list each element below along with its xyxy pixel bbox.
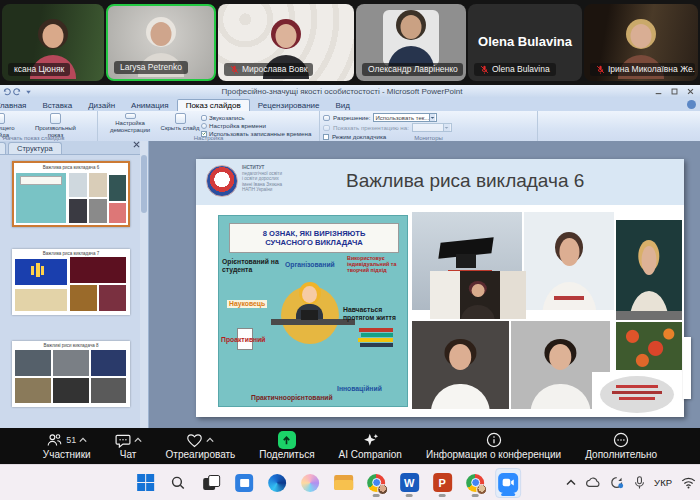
tab-home[interactable]: Главная [0,100,34,111]
slide-thumbnail-7[interactable]: Важлива риса викладача 7 [12,249,130,315]
infographic-label: Організований [285,261,335,269]
show-on-select [412,123,452,132]
tab-design[interactable]: Дизайн [80,100,123,111]
show-on-icon [323,125,330,131]
participant-tile-oksana[interactable]: ксана Цюняк [2,4,104,81]
panel-close-icon[interactable] [133,134,140,152]
windows-start-icon [137,474,154,491]
edge-button[interactable] [264,468,290,498]
tab-view[interactable]: Вид [328,100,358,111]
cartoon-book [360,343,393,347]
tab-animations[interactable]: Анимация [123,100,177,111]
more-icon [613,432,629,448]
cast-icon[interactable] [610,476,625,489]
ribbon-group-start-slideshow: С текущего слайда Произвольный показ Нач… [0,111,98,141]
infographic-panel: 8 ОЗНАК, ЯКІ ВИРІЗНЯЮТЬ СУЧАСНОГО ВИКЛАД… [218,215,408,407]
language-indicator[interactable]: УКР [654,477,672,488]
share-screen-button[interactable]: Поделиться [259,432,314,460]
participant-tile-larysa[interactable]: Larysa Petrenko [106,4,216,81]
help-icon[interactable] [687,100,696,109]
close-button[interactable] [683,87,698,97]
search-button[interactable] [165,468,191,498]
chevron-down-icon [430,115,435,120]
slide-editor-area: ІНСТИТУТ педагогічної освіти і освіти до… [149,141,700,428]
photo-woman-white-blouse-1 [412,321,509,409]
participant-tile-oleksandr[interactable]: Олександр Лавріненко [356,4,466,81]
slide-icon [0,113,5,124]
slide-canvas[interactable]: ІНСТИТУТ педагогічної освіти і освіти до… [196,159,684,417]
participant-tile-myroslava[interactable]: Мирослава Вовк [218,4,354,81]
ribbon-tab-bar: Главная Вставка Дизайн Анимация Показ сл… [0,98,700,111]
heart-icon [186,433,203,448]
windows-taskbar: W P [0,464,700,500]
onedrive-cloud-icon[interactable] [585,477,601,488]
clock-icon [201,123,207,129]
cartoon-book [358,338,393,342]
resolution-icon [323,115,330,121]
qat-dropdown-icon[interactable] [24,87,33,96]
infographic-label: Науковець [227,300,267,308]
record-narration-button[interactable]: Звукозапись [201,114,311,121]
store-button[interactable] [231,468,257,498]
infographic-label: Використовує індивідуальний та творчий п… [347,255,407,273]
copilot-button[interactable] [297,468,323,498]
chrome-icon [367,474,385,492]
powerpoint-button[interactable]: P [429,468,455,498]
resolution-select[interactable]: Использовать тек... [373,113,437,122]
undo-icon[interactable] [2,87,11,96]
tab-structure[interactable]: Структура [8,142,62,154]
participants-count: 51 [66,435,76,445]
search-icon [170,475,186,491]
task-view-button[interactable] [198,468,224,498]
minimize-button[interactable] [651,87,666,97]
participant-name-badge: Larysa Petrenko [114,61,188,74]
slide-header-band: ІНСТИТУТ педагогічної освіти і освіти до… [196,159,684,205]
ai-companion-button[interactable]: AI Companion [339,432,402,460]
tray-mic-icon[interactable] [634,476,645,490]
tab-insert[interactable]: Вставка [34,100,80,111]
wifi-icon[interactable] [681,477,696,489]
rehearse-timings-button[interactable]: Настройка времени [201,122,311,129]
tray-chevron-up-icon[interactable] [566,479,576,486]
cartoon-book [361,333,393,337]
chevron-up-icon[interactable] [134,437,142,443]
start-button[interactable] [132,468,158,498]
hide-slide-icon [175,113,186,124]
file-explorer-button[interactable] [330,468,356,498]
chat-button[interactable]: Чат [115,432,142,460]
redo-icon[interactable] [13,87,22,96]
word-button[interactable]: W [396,468,422,498]
zoom-meeting-toolbar: 51 Участники Чат Отреагироват [0,428,700,464]
hide-slide-button[interactable]: Скрыть слайд [159,113,201,133]
tab-slideshow[interactable]: Показ слайдов [177,99,250,111]
participant-tile-olena[interactable]: Olena Bulavina Olena Bulavina [468,4,582,81]
participant-photo-card [383,10,439,66]
slide-thumbnail-8[interactable]: Важливі риси викладача 8 [12,341,130,407]
screen: ксана Цюняк Larysa Petrenko Мирослава Во… [0,0,700,500]
participants-button[interactable]: 51 Участники [43,432,91,460]
photo-woman-folk-video [616,220,682,320]
share-screen-icon [278,431,296,449]
slide-notch [683,337,691,399]
zoom-app-icon [498,473,518,493]
panel-scrollbar[interactable] [140,141,148,428]
meeting-info-button[interactable]: Информация о конференции [426,432,561,460]
chevron-up-icon[interactable] [79,437,87,443]
tab-slides[interactable] [0,142,6,154]
running-indicator [472,494,479,497]
participant-display-name: Olena Bulavina [468,34,582,49]
more-button[interactable]: Дополнительно [585,432,657,460]
participant-tile-iryna[interactable]: Ірина Миколаївна Же... [584,4,698,81]
slide-thumbnail-6[interactable]: Важлива риса викладача 6 [12,161,130,227]
tab-review[interactable]: Рецензирование [250,100,328,111]
react-button[interactable]: Отреагировать [166,432,236,460]
chrome-profile1-button[interactable] [363,468,389,498]
participant-name-badge: Мирослава Вовк [224,63,313,76]
slides-panel: Структура Важлива риса викладача 6 [0,141,149,428]
chevron-up-icon[interactable] [206,437,214,443]
maximize-button[interactable] [667,87,682,97]
infographic-label: Інноваційний [337,385,382,393]
setup-slideshow-button[interactable]: Настройка демонстрации [101,113,159,133]
chrome-profile2-button[interactable] [462,468,488,498]
zoom-app-button[interactable] [495,468,521,498]
